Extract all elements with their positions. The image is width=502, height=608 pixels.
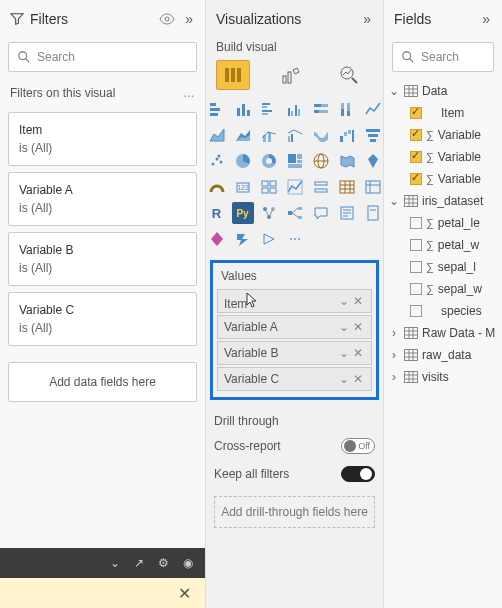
field-row[interactable]: ∑Variable: [388, 168, 500, 190]
chevron-down-icon[interactable]: ⌄: [337, 320, 351, 334]
viz-100-column-icon[interactable]: [336, 98, 358, 120]
chevron-down-icon[interactable]: ⌄: [388, 194, 400, 208]
add-filter-fields[interactable]: Add data fields here: [8, 362, 197, 402]
viz-line-clustered-icon[interactable]: [284, 124, 306, 146]
viz-donut-icon[interactable]: [258, 150, 280, 172]
table-row[interactable]: ›Raw Data - M: [388, 322, 500, 344]
field-checkbox[interactable]: [410, 129, 422, 141]
field-checkbox[interactable]: [410, 151, 422, 163]
viz-line-column-icon[interactable]: [258, 124, 280, 146]
field-row[interactable]: ∑sepal_l: [388, 256, 500, 278]
field-row[interactable]: Item: [388, 102, 500, 124]
filter-card[interactable]: Variable Cis (All): [8, 292, 197, 346]
viz-clustered-column-icon[interactable]: [284, 98, 306, 120]
field-row[interactable]: ∑Variable: [388, 146, 500, 168]
viz-narrative-icon[interactable]: [336, 202, 358, 224]
viz-slicer-icon[interactable]: [310, 176, 332, 198]
filters-search[interactable]: Search: [8, 42, 197, 72]
remove-icon[interactable]: ✕: [351, 294, 365, 308]
field-checkbox[interactable]: [410, 283, 422, 295]
filter-card[interactable]: Variable Bis (All): [8, 232, 197, 286]
viz-funnel-icon[interactable]: [362, 124, 384, 146]
viz-scatter-icon[interactable]: [206, 150, 228, 172]
chevron-right-icon[interactable]: ›: [388, 348, 400, 362]
keep-filters-toggle[interactable]: [341, 466, 375, 482]
table-row[interactable]: ⌄iris_dataset: [388, 190, 500, 212]
field-row[interactable]: ∑petal_le: [388, 212, 500, 234]
fields-search[interactable]: Search: [392, 42, 494, 72]
field-row[interactable]: species: [388, 300, 500, 322]
viz-card-icon[interactable]: 123: [232, 176, 254, 198]
field-row[interactable]: ∑Variable: [388, 124, 500, 146]
remove-icon[interactable]: ✕: [351, 372, 365, 386]
field-checkbox[interactable]: [410, 217, 422, 229]
build-tab-analytics[interactable]: [332, 60, 366, 90]
viz-filled-map-icon[interactable]: [336, 150, 358, 172]
viz-key-influencers-icon[interactable]: [258, 202, 280, 224]
field-checkbox[interactable]: [410, 173, 422, 185]
field-checkbox[interactable]: [410, 239, 422, 251]
value-field-row[interactable]: Variable B⌄✕: [217, 341, 372, 365]
chevron-down-icon[interactable]: ⌄: [388, 84, 400, 98]
collapse-icon[interactable]: »: [478, 11, 494, 27]
viz-r-icon[interactable]: R: [206, 202, 228, 224]
collapse-icon[interactable]: »: [181, 11, 197, 27]
cross-report-toggle[interactable]: Off: [341, 438, 375, 454]
viz-area-icon[interactable]: [206, 124, 228, 146]
chevron-down-icon[interactable]: ⌄: [337, 346, 351, 360]
chevron-right-icon[interactable]: ›: [388, 370, 400, 384]
focus-icon[interactable]: ◉: [183, 556, 193, 570]
viz-stacked-bar-icon[interactable]: [206, 98, 228, 120]
field-row[interactable]: ∑petal_w: [388, 234, 500, 256]
collapse-icon[interactable]: »: [359, 11, 375, 27]
field-row[interactable]: ∑sepal_w: [388, 278, 500, 300]
field-checkbox[interactable]: [410, 305, 422, 317]
filter-card[interactable]: Itemis (All): [8, 112, 197, 166]
remove-icon[interactable]: ✕: [351, 346, 365, 360]
build-tab-format[interactable]: [274, 60, 308, 90]
viz-decomposition-icon[interactable]: [284, 202, 306, 224]
viz-treemap-icon[interactable]: [284, 150, 306, 172]
table-row[interactable]: ›raw_data: [388, 344, 500, 366]
value-field-row[interactable]: Item⌄✕: [217, 289, 372, 313]
viz-clustered-bar-icon[interactable]: [258, 98, 280, 120]
viz-automate-icon[interactable]: [232, 228, 254, 250]
viz-gauge-icon[interactable]: [206, 176, 228, 198]
filter-card[interactable]: Variable Ais (All): [8, 172, 197, 226]
more-icon[interactable]: …: [183, 86, 195, 100]
table-row[interactable]: ›visits: [388, 366, 500, 388]
gear-icon[interactable]: ⚙: [158, 556, 169, 570]
chevron-down-icon[interactable]: ⌄: [337, 372, 351, 386]
viz-paginated-icon[interactable]: [362, 202, 384, 224]
viz-powerapps-icon[interactable]: [206, 228, 228, 250]
viz-more-icon[interactable]: ⋯: [284, 228, 306, 250]
table-row[interactable]: ⌄Data: [388, 80, 500, 102]
viz-pie-icon[interactable]: [232, 150, 254, 172]
viz-kpi-icon[interactable]: [284, 176, 306, 198]
chevron-down-icon[interactable]: ⌄: [337, 294, 351, 308]
viz-waterfall-icon[interactable]: [336, 124, 358, 146]
field-checkbox[interactable]: [410, 261, 422, 273]
viz-qa-icon[interactable]: [310, 202, 332, 224]
viz-line-icon[interactable]: [362, 98, 384, 120]
viz-azure-map-icon[interactable]: [362, 150, 384, 172]
chevron-right-icon[interactable]: ›: [388, 326, 400, 340]
build-tab-fields[interactable]: [216, 60, 250, 90]
viz-map-icon[interactable]: [310, 150, 332, 172]
viz-stacked-column-icon[interactable]: [232, 98, 254, 120]
add-drill-fields[interactable]: Add drill-through fields here: [214, 496, 375, 528]
viz-multi-card-icon[interactable]: [258, 176, 280, 198]
arrow-icon[interactable]: ↗: [134, 556, 144, 570]
viz-ribbon-icon[interactable]: [310, 124, 332, 146]
field-checkbox[interactable]: [410, 107, 422, 119]
remove-icon[interactable]: ✕: [351, 320, 365, 334]
viz-goals-icon[interactable]: [258, 228, 280, 250]
viz-table-icon[interactable]: [336, 176, 358, 198]
viz-python-icon[interactable]: Py: [232, 202, 254, 224]
close-icon[interactable]: ✕: [178, 584, 191, 603]
viz-matrix-icon[interactable]: [362, 176, 384, 198]
viz-100-bar-icon[interactable]: [310, 98, 332, 120]
viz-stacked-area-icon[interactable]: [232, 124, 254, 146]
value-field-row[interactable]: Variable C⌄✕: [217, 367, 372, 391]
chevron-down-icon[interactable]: ⌄: [110, 556, 120, 570]
